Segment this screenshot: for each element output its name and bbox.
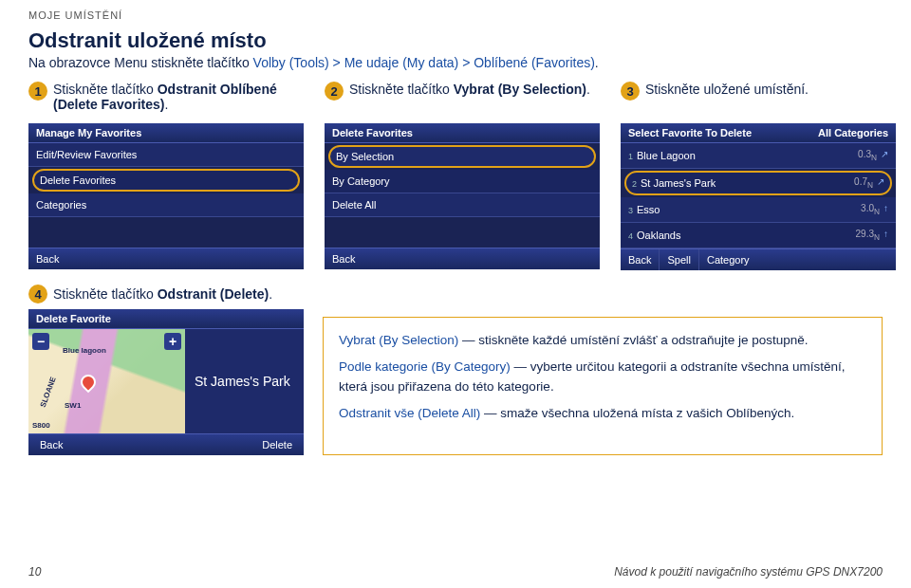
screen2-title: Delete Favorites xyxy=(325,123,600,143)
screen3-row-0-num: 1 xyxy=(628,152,633,161)
step-1: 1 Stiskněte tlačítko Odstranit Oblíbené … xyxy=(28,82,304,269)
screen4-place: St James's Park xyxy=(185,329,304,433)
screen1-row-2-label: Categories xyxy=(36,199,86,211)
screen3-row-0-name: Blue Lagoon xyxy=(637,150,696,161)
screen2-row-0[interactable]: By Selection xyxy=(328,145,596,168)
page-title: Odstranit uložené místo xyxy=(28,28,883,53)
screen3-row-2-name: Esso xyxy=(637,204,660,215)
screen3-row-1-dist: 0.7 xyxy=(854,176,867,187)
step-2-caption: 2 Stiskněte tlačítko Vybrat (By Selectio… xyxy=(325,82,600,119)
step-1-num: 1 xyxy=(28,82,47,101)
screen3-row-2-dist: 3.0 xyxy=(861,203,874,213)
screen3-spell-button[interactable]: Spell xyxy=(660,249,698,270)
screen3-row-3-name: Oaklands xyxy=(637,230,680,241)
step-4-row: 4 Stiskněte tlačítko Odstranit (Delete).… xyxy=(28,285,883,455)
screen3-row-2[interactable]: 3Esso 3.0N↑ xyxy=(621,197,896,223)
screen3-title: Select Favorite To Delete All Categories xyxy=(621,123,896,143)
screen3-row-1-dir-icon: ↗ xyxy=(877,176,884,187)
screen3-title-right: All Categories xyxy=(818,127,888,138)
screen1-title-text: Manage My Favorites xyxy=(36,127,141,138)
info-p1: Vybrat (By Selection) — stiskněte každé … xyxy=(339,331,866,350)
page-number: 10 xyxy=(28,565,41,579)
screen2-row-2[interactable]: Delete All xyxy=(325,193,600,217)
info-p2-accent: Podle kategorie (By Category) xyxy=(339,359,511,374)
step-3-caption: 3 Stiskněte uložené umístění. xyxy=(621,82,896,119)
screenshot-1: Manage My Favorites Edit/Review Favorite… xyxy=(28,123,304,269)
screen3-row-2-num: 3 xyxy=(628,206,633,215)
subtitle: Na obrazovce Menu stiskněte tlačítko Vol… xyxy=(28,55,883,70)
step-3-num: 3 xyxy=(621,82,640,101)
subtitle-pre: Na obrazovce Menu stiskněte tlačítko xyxy=(28,55,253,70)
screen1-footer: Back xyxy=(28,248,304,269)
step-4-bold: Odstranit (Delete) xyxy=(158,286,269,302)
screen2-row-2-label: Delete All xyxy=(332,199,376,211)
screen2-row-0-label: By Selection xyxy=(336,151,394,162)
screen3-row-0-dir-icon: ↗ xyxy=(881,149,888,159)
step-2-num: 2 xyxy=(325,82,344,101)
screen3-title-text: Select Favorite To Delete xyxy=(628,127,752,138)
screen3-row-3-dist: 29.3 xyxy=(856,229,874,239)
screen1-row-0[interactable]: Edit/Review Favorites xyxy=(28,143,304,167)
screen1-row-1[interactable]: Delete Favorites xyxy=(32,169,300,192)
doc-title: Návod k použití navigačního systému GPS … xyxy=(614,565,883,579)
map-labels: Blue lagoon SLOANE SW1 S800 xyxy=(28,329,185,433)
screen3-row-0[interactable]: 1Blue Lagoon 0.3N↗ xyxy=(621,143,896,169)
screen1-title: Manage My Favorites xyxy=(28,123,304,143)
screen3-row-3[interactable]: 4Oaklands 29.3N↑ xyxy=(621,223,896,248)
header-category: MOJE UMÍSTĚNÍ xyxy=(28,9,883,21)
info-p2: Podle kategorie (By Category) — vyberte … xyxy=(339,358,866,396)
step-3-text: Stiskněte uložené umístění. xyxy=(645,82,809,97)
screen3-row-1-name: St James's Park xyxy=(641,177,716,189)
screen3-row-2-unit: N xyxy=(874,207,880,216)
screen4-body: − + Blue lagoon SLOANE SW1 S800 St James… xyxy=(28,329,304,433)
screen1-row-2[interactable]: Categories xyxy=(28,193,304,217)
screen4-back-button[interactable]: Back xyxy=(28,434,74,455)
screen4-delete-button[interactable]: Delete xyxy=(251,434,304,455)
screen1-back-button[interactable]: Back xyxy=(28,248,66,269)
screen4-title: Delete Favorite xyxy=(28,309,304,329)
screen3-row-3-num: 4 xyxy=(628,231,633,241)
screen3-row-1-unit: N xyxy=(867,180,873,190)
map-label-bluelagoon: Blue lagoon xyxy=(63,346,106,355)
screen3-footer: Back Spell Category xyxy=(621,248,896,270)
info-p3-accent: Odstranit vše (Delete All) xyxy=(339,406,480,420)
screenshot-3: Select Favorite To Delete All Categories… xyxy=(621,123,896,269)
screen1-row-0-label: Edit/Review Favorites xyxy=(36,149,137,160)
screen4-title-text: Delete Favorite xyxy=(36,313,111,324)
info-p1-rest: — stiskněte každé umístění zvlášť a odst… xyxy=(458,333,808,347)
step-2: 2 Stiskněte tlačítko Vybrat (By Selectio… xyxy=(325,82,600,269)
screen2-title-text: Delete Favorites xyxy=(332,127,413,138)
info-p3-rest: — smaže všechna uložená místa z vašich O… xyxy=(480,406,794,420)
step-4-pre: Stiskněte tlačítko xyxy=(53,286,158,302)
screen3-row-3-unit: N xyxy=(874,232,880,242)
map-label-sloane: SLOANE xyxy=(39,376,58,408)
step-4-num: 4 xyxy=(28,285,47,303)
step-2-text: Stiskněte tlačítko Vybrat (By Selection)… xyxy=(349,82,590,97)
screen2-row-1-label: By Category xyxy=(332,175,390,187)
step-4-post: . xyxy=(269,286,272,302)
step-3: 3 Stiskněte uložené umístění. Select Fav… xyxy=(621,82,896,269)
step-1-text: Stiskněte tlačítko Odstranit Oblíbené (D… xyxy=(53,82,304,112)
screenshot-2: Delete Favorites By Selection By Categor… xyxy=(325,123,600,269)
screen2-footer: Back xyxy=(325,248,600,269)
step-3-pre: Stiskněte uložené umístění. xyxy=(645,82,809,97)
info-p3: Odstranit vše (Delete All) — smaže všech… xyxy=(339,404,866,423)
subtitle-path: Volby (Tools) > Me udaje (My data) > Obl… xyxy=(253,55,595,70)
step-2-pre: Stiskněte tlačítko xyxy=(349,82,454,97)
step-4-col: 4 Stiskněte tlačítko Odstranit (Delete).… xyxy=(28,285,304,455)
screen4-footer: Back Delete xyxy=(28,433,304,455)
screen2-row-1[interactable]: By Category xyxy=(325,170,600,193)
map-area[interactable]: − + Blue lagoon SLOANE SW1 S800 xyxy=(28,329,185,433)
screen3-row-3-dir-icon: ↑ xyxy=(883,229,888,239)
steps-row: 1 Stiskněte tlačítko Odstranit Oblíbené … xyxy=(28,82,883,269)
screen3-row-1[interactable]: 2St James's Park 0.7N↗ xyxy=(624,171,892,195)
step-2-post: . xyxy=(586,82,590,97)
screen3-category-button[interactable]: Category xyxy=(699,249,757,270)
step-1-pre: Stiskněte tlačítko xyxy=(53,82,158,97)
screen3-row-1-num: 2 xyxy=(632,179,637,189)
info-box: Vybrat (By Selection) — stiskněte každé … xyxy=(323,317,883,455)
screenshot-4: Delete Favorite − + Blue lagoon SLOANE S… xyxy=(28,309,304,455)
screen2-back-button[interactable]: Back xyxy=(325,248,363,269)
step-4-text: Stiskněte tlačítko Odstranit (Delete). xyxy=(53,286,272,302)
screen3-back-button[interactable]: Back xyxy=(621,249,660,270)
